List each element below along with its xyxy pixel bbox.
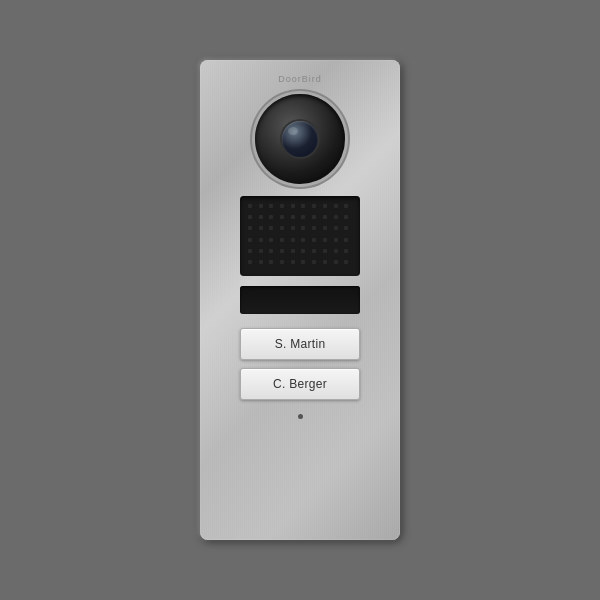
grille-dot xyxy=(312,260,316,264)
grille-dot xyxy=(334,249,338,253)
grille-dot xyxy=(312,204,316,208)
grille-dot xyxy=(280,204,284,208)
grille-dot xyxy=(323,260,327,264)
grille-dot xyxy=(291,204,295,208)
grille-dot xyxy=(334,238,338,242)
grille-dot xyxy=(323,238,327,242)
grille-dot xyxy=(301,204,305,208)
grille-dot xyxy=(259,238,263,242)
grille-dot xyxy=(323,226,327,230)
grille-dot xyxy=(344,215,348,219)
grille-dot xyxy=(259,260,263,264)
doorbird-panel: DoorBird S. Martin C. Berger xyxy=(200,60,400,540)
grille-dot xyxy=(259,215,263,219)
grille-dot xyxy=(259,204,263,208)
camera-lens xyxy=(282,121,318,157)
grille-dot xyxy=(301,238,305,242)
grille-dot xyxy=(301,249,305,253)
doorbell-buttons: S. Martin C. Berger xyxy=(240,328,360,400)
grille-dot xyxy=(280,215,284,219)
grille-dot xyxy=(334,260,338,264)
grille-dot xyxy=(334,215,338,219)
grille-dot xyxy=(344,249,348,253)
grille-dot xyxy=(344,260,348,264)
grille-dot xyxy=(280,226,284,230)
grille-dot xyxy=(301,226,305,230)
grille-dot xyxy=(269,215,273,219)
grille-dot xyxy=(280,260,284,264)
brand-logo: DoorBird xyxy=(278,74,322,84)
grille-dot xyxy=(280,238,284,242)
grille-dot xyxy=(323,204,327,208)
grille-dot xyxy=(248,204,252,208)
grille-dot xyxy=(248,226,252,230)
grille-dot xyxy=(344,226,348,230)
grille-dot xyxy=(301,215,305,219)
grille-dot xyxy=(312,249,316,253)
grille-dot xyxy=(259,226,263,230)
grille-dot xyxy=(344,238,348,242)
camera-housing xyxy=(255,94,345,184)
grille-dot xyxy=(291,238,295,242)
grille-dot xyxy=(312,238,316,242)
grille-dot xyxy=(280,249,284,253)
speaker-grille xyxy=(240,196,360,276)
grille-dot xyxy=(269,204,273,208)
grille-dot xyxy=(301,260,305,264)
grille-dot xyxy=(334,226,338,230)
grille-dot xyxy=(291,249,295,253)
doorbell-button-2[interactable]: C. Berger xyxy=(240,368,360,400)
grille-dot xyxy=(344,204,348,208)
grille-dot xyxy=(323,249,327,253)
grille-dot xyxy=(291,215,295,219)
grille-dot xyxy=(312,226,316,230)
grille-dot xyxy=(312,215,316,219)
grille-dot xyxy=(269,249,273,253)
grille-dot xyxy=(323,215,327,219)
grille-dot xyxy=(291,260,295,264)
doorbell-button-1[interactable]: S. Martin xyxy=(240,328,360,360)
grille-dot xyxy=(248,215,252,219)
grille-dot xyxy=(291,226,295,230)
grille-dot xyxy=(269,226,273,230)
grille-dot xyxy=(259,249,263,253)
rfid-reader xyxy=(240,286,360,314)
grille-dot xyxy=(248,260,252,264)
grille-dot xyxy=(248,249,252,253)
grille-dot xyxy=(334,204,338,208)
grille-dot xyxy=(248,238,252,242)
grille-dot xyxy=(269,238,273,242)
grille-dot xyxy=(269,260,273,264)
status-indicator xyxy=(298,414,303,419)
